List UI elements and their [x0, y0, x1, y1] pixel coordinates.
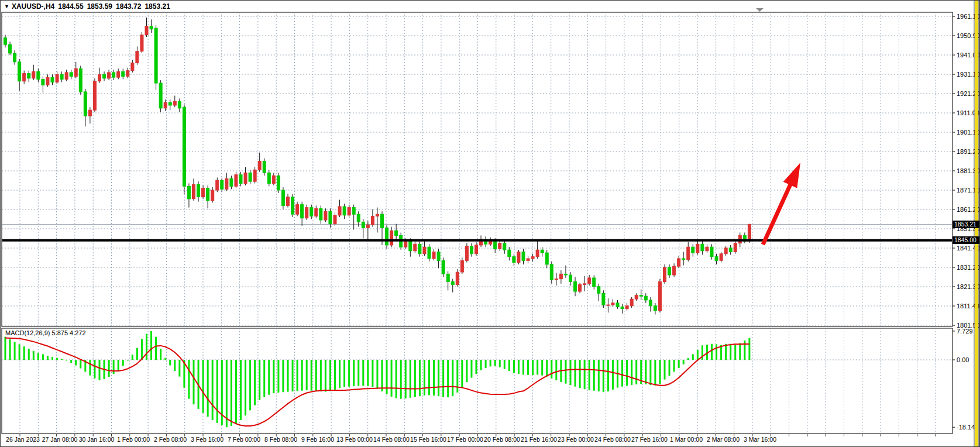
macd-histogram-bar	[320, 360, 322, 391]
date-axis-label: 20 Feb 08:00	[484, 436, 520, 443]
bull-candle	[93, 81, 96, 110]
bear-candle	[183, 107, 185, 186]
macd-histogram-bar	[438, 360, 439, 396]
macd-histogram-bar	[504, 360, 506, 369]
bull-candle	[315, 208, 318, 216]
macd-histogram-bar	[631, 360, 632, 385]
ohlc-close: 1853.21	[145, 2, 170, 11]
macd-histogram-bar	[372, 360, 373, 387]
date-axis-label: 1 Feb 00:00	[117, 436, 150, 443]
symbol-period-label: XAUUSD-,H4	[12, 2, 54, 11]
bull-candle	[46, 77, 49, 85]
bull-candle	[117, 71, 120, 77]
macd-histogram-bar	[532, 360, 534, 375]
macd-histogram-bar	[537, 360, 538, 374]
bear-candle	[428, 247, 431, 259]
price-panel[interactable]	[2, 12, 953, 326]
macd-histogram-bar	[565, 360, 566, 384]
bull-candle	[131, 63, 134, 70]
chart-canvas[interactable]: 1961.101950.901941.001931.101921.201911.…	[1, 1, 980, 447]
macd-histogram-bar	[193, 360, 195, 404]
bull-candle	[140, 35, 143, 51]
bull-candle	[333, 215, 336, 224]
bear-candle	[207, 188, 209, 201]
macd-histogram-bar	[598, 360, 600, 391]
macd-histogram-bar	[202, 360, 204, 413]
date-axis-label: 17 Feb 00:00	[447, 436, 483, 443]
macd-histogram-bar	[522, 360, 524, 374]
macd-histogram-bar	[216, 360, 218, 423]
macd-histogram-bar	[141, 339, 143, 360]
bull-candle	[32, 71, 35, 78]
macd-histogram-bar	[311, 360, 312, 391]
bear-candle	[574, 282, 577, 291]
bear-candle	[381, 214, 384, 228]
bear-candle	[249, 173, 252, 181]
macd-histogram-bar	[748, 338, 750, 360]
bull-candle	[211, 190, 214, 201]
bull-candle	[465, 246, 468, 261]
macd-histogram-bar	[683, 360, 685, 365]
bull-candle	[423, 247, 426, 254]
bear-candle	[616, 303, 619, 307]
macd-histogram-bar	[169, 360, 171, 366]
bull-candle	[88, 110, 91, 116]
macd-histogram-bar	[607, 360, 609, 391]
bull-candle	[625, 306, 628, 309]
bull-candle	[65, 73, 68, 80]
macd-axis-label: 7.729	[957, 328, 973, 335]
bear-candle	[522, 252, 525, 260]
date-axis-label: 15 Feb 16:00	[410, 436, 446, 443]
macd-histogram-bar	[442, 360, 444, 397]
macd-histogram-bar	[33, 351, 35, 360]
macd-histogram-bar	[5, 337, 6, 360]
bear-candle	[84, 92, 87, 116]
macd-histogram-bar	[424, 360, 425, 396]
bear-candle	[494, 241, 497, 249]
symbol-dropdown-icon[interactable]: ▼	[4, 4, 9, 9]
bear-candle	[310, 208, 313, 216]
bull-candle	[253, 170, 256, 181]
macd-histogram-bar	[654, 360, 656, 386]
bear-candle	[682, 259, 685, 260]
macd-histogram-bar	[75, 360, 77, 366]
macd-histogram-bar	[649, 360, 651, 385]
macd-histogram-bar	[579, 360, 581, 388]
macd-histogram-bar	[400, 360, 402, 399]
bear-candle	[37, 71, 40, 79]
bear-candle	[150, 26, 153, 29]
bull-candle	[366, 225, 369, 228]
macd-histogram-bar	[89, 360, 91, 376]
bear-candle	[692, 247, 694, 253]
bear-candle	[263, 161, 266, 173]
date-axis-label: 7 Feb 00:00	[228, 436, 260, 443]
bull-candle	[678, 259, 680, 266]
bull-candle	[724, 248, 727, 254]
bull-candle	[658, 282, 661, 311]
bear-candle	[112, 73, 115, 77]
bull-candle	[287, 197, 290, 206]
macd-histogram-bar	[508, 360, 510, 371]
bull-candle	[296, 205, 299, 214]
bear-candle	[418, 244, 421, 253]
bull-candle	[527, 259, 529, 260]
ohlc-low: 1843.72	[116, 2, 141, 11]
macd-panel[interactable]	[2, 328, 953, 434]
macd-histogram-bar	[466, 360, 467, 382]
current-price-tag[interactable]: 1853.21	[953, 221, 979, 228]
bear-candle	[319, 208, 322, 220]
bear-candle	[159, 83, 162, 108]
macd-histogram-bar	[9, 339, 11, 360]
bull-candle	[192, 184, 195, 199]
bear-candle	[602, 293, 605, 305]
bull-candle	[559, 274, 562, 278]
bear-candle	[442, 260, 445, 274]
macd-histogram-bar	[146, 334, 147, 360]
hline-price-tag[interactable]: 1845.00	[953, 236, 979, 244]
bear-candle	[230, 178, 233, 186]
macd-histogram-bar	[513, 360, 515, 373]
macd-histogram-bar	[396, 360, 397, 398]
bear-candle	[267, 173, 270, 183]
bear-candle	[362, 222, 365, 228]
bull-candle	[404, 241, 407, 247]
